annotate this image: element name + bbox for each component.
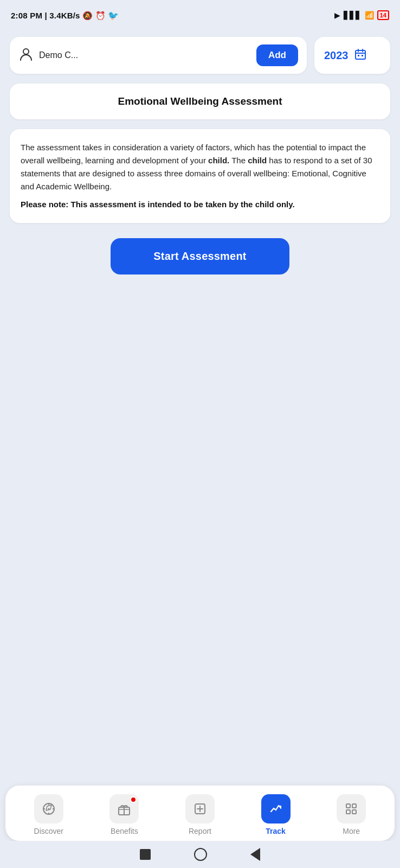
track-label: Track xyxy=(266,827,286,835)
status-time-network: 2:08 PM | 3.4KB/s 🔕 ⏰ 🐦 xyxy=(11,10,119,21)
battery-indicator: 14 xyxy=(377,10,389,20)
bluetooth-icon: ▶︎ xyxy=(334,11,340,20)
svg-rect-2 xyxy=(358,55,359,56)
bottom-nav-wrap: Discover Benefits xyxy=(0,786,400,841)
benefits-icon xyxy=(109,794,139,824)
calendar-icon xyxy=(354,48,367,63)
benefits-notification-dot xyxy=(130,796,137,803)
description-text: The assessment takes in consideration a … xyxy=(21,141,379,193)
signal-icon: ▋▋▋ xyxy=(344,11,362,20)
main-content: Demo C... Add 2023 Emotional Wellbeing A… xyxy=(0,28,400,280)
more-icon xyxy=(337,794,366,824)
circle-icon xyxy=(194,848,207,861)
discover-label: Discover xyxy=(34,827,63,835)
description-card: The assessment takes in consideration a … xyxy=(10,129,390,223)
start-assessment-button[interactable]: Start Assessment xyxy=(111,238,289,275)
square-icon xyxy=(140,849,151,860)
user-icon xyxy=(18,46,34,65)
nav-item-report[interactable]: Report xyxy=(176,794,224,835)
start-button-container: Start Assessment xyxy=(10,233,390,280)
description-note: Please note: This assessment is intended… xyxy=(21,199,379,211)
svg-rect-14 xyxy=(346,810,350,814)
assessment-title: Emotional Wellbeing Assessment xyxy=(21,95,379,107)
svg-rect-3 xyxy=(362,55,363,56)
svg-rect-12 xyxy=(346,804,350,808)
user-name: Demo C... xyxy=(39,50,251,60)
discover-icon xyxy=(34,794,63,824)
more-label: More xyxy=(343,827,360,835)
svg-rect-1 xyxy=(356,50,365,59)
track-icon xyxy=(261,794,291,824)
svg-rect-13 xyxy=(352,804,356,808)
year-card[interactable]: 2023 xyxy=(314,37,390,74)
back-arrow-icon xyxy=(250,848,260,861)
system-home-button[interactable] xyxy=(194,848,207,861)
system-back-button[interactable] xyxy=(140,849,151,860)
top-row: Demo C... Add 2023 xyxy=(10,37,390,74)
status-bar: 2:08 PM | 3.4KB/s 🔕 ⏰ 🐦 ▶︎ ▋▋▋ 📶 14 xyxy=(0,0,400,28)
wifi-icon: 📶 xyxy=(365,11,374,20)
nav-item-track[interactable]: Track xyxy=(251,794,300,835)
system-nav-bar xyxy=(0,841,400,868)
bottom-nav: Discover Benefits xyxy=(5,786,395,841)
add-button[interactable]: Add xyxy=(256,44,298,66)
system-recents-button[interactable] xyxy=(250,848,260,861)
user-card: Demo C... Add xyxy=(10,37,307,74)
svg-rect-15 xyxy=(352,810,356,814)
title-card: Emotional Wellbeing Assessment xyxy=(10,84,390,119)
nav-item-benefits[interactable]: Benefits xyxy=(100,794,149,835)
status-icons: ▶︎ ▋▋▋ 📶 14 xyxy=(334,10,389,20)
svg-point-0 xyxy=(23,49,29,54)
nav-item-discover[interactable]: Discover xyxy=(24,794,73,835)
report-icon xyxy=(185,794,215,824)
year-value: 2023 xyxy=(324,49,349,62)
benefits-label: Benefits xyxy=(111,827,138,835)
report-label: Report xyxy=(189,827,211,835)
nav-item-more[interactable]: More xyxy=(327,794,376,835)
